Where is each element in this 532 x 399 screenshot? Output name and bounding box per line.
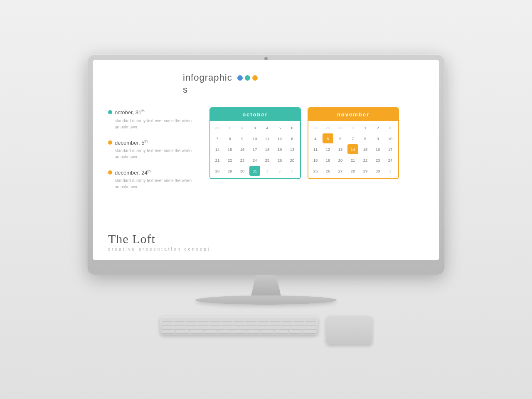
stand-neck [241,275,291,296]
oct-cell: 2 [237,123,248,133]
nov-row-4: 18 19 20 21 22 23 24 [310,155,397,165]
event-title-1: october, 31th [108,109,200,116]
nov-cell-5-highlighted: 5 [323,133,333,143]
event-dot-2 [108,140,112,145]
title-text-line1: infographic [183,72,232,84]
event-title-3: december, 24th [108,169,200,176]
stand-base [195,296,337,305]
oct-cell: 6 [287,133,298,143]
event-dot-1 [108,110,112,114]
nov-cell: 18 [310,155,321,165]
oct-cell: 3 [249,123,260,133]
oct-cell: 10 [249,133,260,143]
nov-cell: 29 [323,123,333,133]
event-desc-1: standard dummy text ever since the whena… [108,118,200,130]
brand-title: The Loft [108,232,211,246]
event-title-2: december, 5th [108,139,200,146]
title-text-line2: s [183,84,258,96]
oct-cell: 1 [224,123,235,133]
october-header: october [210,108,300,121]
november-calendar: november 28 29 30 31 1 2 [308,107,399,179]
event-date-1: october, 31th [115,109,145,116]
oct-cell: 2 [274,166,285,176]
nov-cell: 23 [372,155,383,165]
nov-cell: 11 [310,144,321,154]
nov-cell: 30 [335,123,346,133]
nov-cell: 15 [360,144,371,154]
calendars-container: october 30 1 2 3 4 5 6 [209,107,424,179]
nov-cell: 24 [385,155,396,165]
keyboard [160,316,318,335]
brand-subtitle: creative presentation concept [108,247,211,251]
nov-cell: 22 [360,155,371,165]
nov-row-2: 4 5 6 7 8 9 10 [310,133,397,143]
nov-cell: 30 [372,166,383,176]
nov-cell: 17 [385,144,396,154]
oct-cell: 19 [274,144,285,154]
oct-cell: 21 [212,155,223,165]
nov-cell: 10 [385,133,396,143]
oct-cell: 5 [274,123,285,133]
nov-cell: 3 [385,123,396,133]
event-date-2: december, 5th [115,139,148,146]
nov-row-5: 25 26 27 28 29 30 1 [310,166,397,176]
event-item-3: december, 24th standard dummy text ever … [108,169,200,190]
oct-cell: 14 [212,144,223,154]
nov-row-3: 11 12 13 14 15 16 17 [310,144,397,154]
oct-cell: 28 [212,166,223,176]
oct-cell: 22 [224,155,235,165]
screen-content: infographic s [93,60,439,260]
november-grid: 28 29 30 31 1 2 3 4 [308,121,398,178]
oct-cell: 20 [287,155,298,165]
event-dot-3 [108,170,112,175]
oct-row-5: 28 29 30 31 1 2 3 [212,166,298,176]
oct-cell: 13 [287,144,298,154]
november-header: november [308,108,398,121]
event-date-3: december, 24th [115,169,150,176]
monitor: infographic s [87,54,445,305]
nov-cell: 8 [360,133,371,143]
oct-cell: 11 [262,133,273,143]
keyboard-area [160,316,372,345]
nov-cell: 26 [323,166,333,176]
nov-cell: 27 [335,166,346,176]
oct-cell: 23 [237,155,248,165]
webcam-dot [264,57,268,60]
dot-orange [252,75,258,81]
title-area: infographic s [108,72,424,96]
nov-cell: 29 [360,166,371,176]
oct-cell: 30 [212,123,223,133]
oct-cell: 12 [274,133,285,143]
oct-cell: 24 [249,155,260,165]
events-list: october, 31th standard dummy text ever s… [108,107,200,199]
oct-cell: 6 [287,123,298,133]
october-grid: 30 1 2 3 4 5 6 7 [210,121,300,178]
oct-cell: 18 [262,144,273,154]
oct-row-2: 7 8 9 10 11 12 6 [212,133,298,143]
nov-cell: 2 [372,123,383,133]
nov-row-1: 28 29 30 31 1 2 3 [310,123,397,133]
oct-cell: 25 [262,155,273,165]
scene: infographic s [0,0,532,399]
nov-cell: 19 [323,155,333,165]
oct-cell: 1 [262,166,273,176]
oct-cell: 16 [237,144,248,154]
branding: The Loft creative presentation concept [108,232,211,251]
oct-cell: 8 [224,133,235,143]
nov-cell: 1 [360,123,371,133]
event-desc-2: standard dummy text ever since the whena… [108,148,200,160]
event-item-2: december, 5th standard dummy text ever s… [108,139,200,160]
monitor-screen: infographic s [93,60,439,260]
oct-cell: 29 [224,166,235,176]
trackpad [326,316,372,345]
oct-cell: 4 [262,123,273,133]
nov-cell-14-highlighted: 14 [347,144,358,154]
oct-row-3: 14 15 16 17 18 19 13 [212,144,298,154]
oct-cell: 3 [287,166,298,176]
nov-cell: 6 [335,133,346,143]
oct-row-1: 30 1 2 3 4 5 6 [212,123,298,133]
monitor-frame: infographic s [87,54,445,275]
nov-cell: 13 [335,144,346,154]
nov-cell: 28 [347,166,358,176]
nov-cell: 12 [323,144,333,154]
